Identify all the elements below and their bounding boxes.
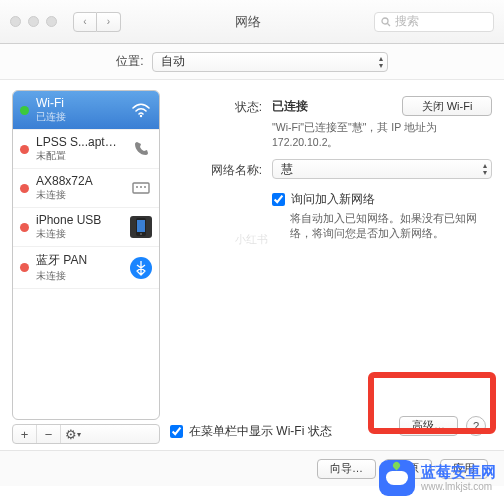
action-menu-button[interactable]: ⚙▾ xyxy=(61,425,85,443)
interface-list[interactable]: Wi-Fi 已连接 LPSS S...apter (2) 未配置 xyxy=(12,90,160,420)
network-name-value: 慧 xyxy=(281,161,293,178)
status-dot xyxy=(20,184,29,193)
svg-point-6 xyxy=(140,233,142,235)
interface-name: AX88x72A xyxy=(36,174,123,188)
brand-watermark: 蓝莓安卓网 www.lmkjst.com xyxy=(379,460,496,496)
svg-rect-5 xyxy=(137,220,145,232)
network-name-select[interactable]: 慧 ▴▾ xyxy=(272,159,492,179)
status-dot xyxy=(20,145,29,154)
location-value: 自动 xyxy=(161,53,185,70)
status-dot xyxy=(20,223,29,232)
show-in-menubar-input[interactable] xyxy=(170,425,183,438)
interface-bluetooth[interactable]: 蓝牙 PAN 未连接 xyxy=(13,247,159,289)
show-in-menubar-checkbox[interactable]: 在菜单栏中显示 Wi-Fi 状态 xyxy=(170,423,332,440)
brand-logo-icon xyxy=(379,460,415,496)
interface-iphone[interactable]: iPhone USB 未连接 xyxy=(13,208,159,247)
remove-interface-button[interactable]: − xyxy=(37,425,61,443)
traffic-lights xyxy=(10,16,57,27)
interface-name: iPhone USB xyxy=(36,213,123,227)
svg-point-0 xyxy=(382,18,388,24)
ask-to-join-label: 询问加入新网络 xyxy=(291,191,375,208)
interface-status: 未连接 xyxy=(36,227,123,241)
chevron-left-icon: ‹ xyxy=(83,16,86,27)
window-title: 网络 xyxy=(129,13,366,31)
ethernet-icon xyxy=(130,177,152,199)
close-window[interactable] xyxy=(10,16,21,27)
add-interface-button[interactable]: + xyxy=(13,425,37,443)
svg-rect-3 xyxy=(133,183,149,193)
chevron-updown-icon: ▴▾ xyxy=(483,162,487,176)
forward-button[interactable]: › xyxy=(97,12,121,32)
advanced-button[interactable]: 高级… xyxy=(399,416,458,436)
interface-name: LPSS S...apter (2) xyxy=(36,135,123,149)
search-field[interactable]: 搜索 xyxy=(374,12,494,32)
interface-name: Wi-Fi xyxy=(36,96,123,110)
wifi-icon xyxy=(130,99,152,121)
interface-name: 蓝牙 PAN xyxy=(36,252,123,269)
status-label: 状态: xyxy=(174,96,262,116)
interface-lpss[interactable]: LPSS S...apter (2) 未配置 xyxy=(13,130,159,169)
titlebar: ‹ › 网络 搜索 xyxy=(0,0,504,44)
ask-to-join-input[interactable] xyxy=(272,193,285,206)
zoom-window[interactable] xyxy=(46,16,57,27)
location-select[interactable]: 自动 ▴▾ xyxy=(152,52,388,72)
network-name-label: 网络名称: xyxy=(174,159,262,179)
list-controls: + − ⚙▾ xyxy=(12,424,160,444)
interface-status: 未连接 xyxy=(36,188,123,202)
phone-icon xyxy=(130,138,152,160)
brand-url: www.lmkjst.com xyxy=(421,481,496,492)
search-icon xyxy=(381,17,391,27)
brand-name: 蓝莓安卓网 xyxy=(421,464,496,481)
assistant-button[interactable]: 向导… xyxy=(317,459,376,479)
chevron-updown-icon: ▴▾ xyxy=(379,55,383,69)
show-in-menubar-label: 在菜单栏中显示 Wi-Fi 状态 xyxy=(189,423,332,440)
interface-wifi[interactable]: Wi-Fi 已连接 xyxy=(13,91,159,130)
status-value: 已连接 xyxy=(272,98,308,115)
status-description: "Wi-Fi"已连接至"慧"，其 IP 地址为 172.20.10.2。 xyxy=(272,120,492,149)
back-button[interactable]: ‹ xyxy=(73,12,97,32)
interface-status: 已连接 xyxy=(36,110,123,124)
location-bar: 位置: 自动 ▴▾ xyxy=(0,44,504,80)
interface-status: 未连接 xyxy=(36,269,123,283)
svg-point-2 xyxy=(140,115,142,117)
main-content: Wi-Fi 已连接 LPSS S...apter (2) 未配置 xyxy=(0,80,504,450)
help-button[interactable]: ? xyxy=(466,416,486,436)
interface-status: 未配置 xyxy=(36,149,123,163)
svg-line-1 xyxy=(388,23,391,26)
location-label: 位置: xyxy=(116,53,143,70)
sidebar: Wi-Fi 已连接 LPSS S...apter (2) 未配置 xyxy=(12,90,160,444)
detail-panel: 状态: 已连接 关闭 Wi-Fi "Wi-Fi"已连接至"慧"，其 IP 地址为… xyxy=(170,90,496,444)
iphone-icon xyxy=(130,216,152,238)
status-dot xyxy=(20,106,29,115)
minimize-window[interactable] xyxy=(28,16,39,27)
status-dot xyxy=(20,263,29,272)
bluetooth-icon xyxy=(130,257,152,279)
chevron-right-icon: › xyxy=(107,16,110,27)
ask-to-join-description: 将自动加入已知网络。如果没有已知网络，将询问您是否加入新网络。 xyxy=(290,211,492,240)
ask-to-join-checkbox[interactable]: 询问加入新网络 xyxy=(272,191,492,208)
interface-ax88[interactable]: AX88x72A 未连接 xyxy=(13,169,159,208)
turn-wifi-off-button[interactable]: 关闭 Wi-Fi xyxy=(402,96,492,116)
nav-buttons: ‹ › xyxy=(73,12,121,32)
search-placeholder: 搜索 xyxy=(395,13,419,30)
